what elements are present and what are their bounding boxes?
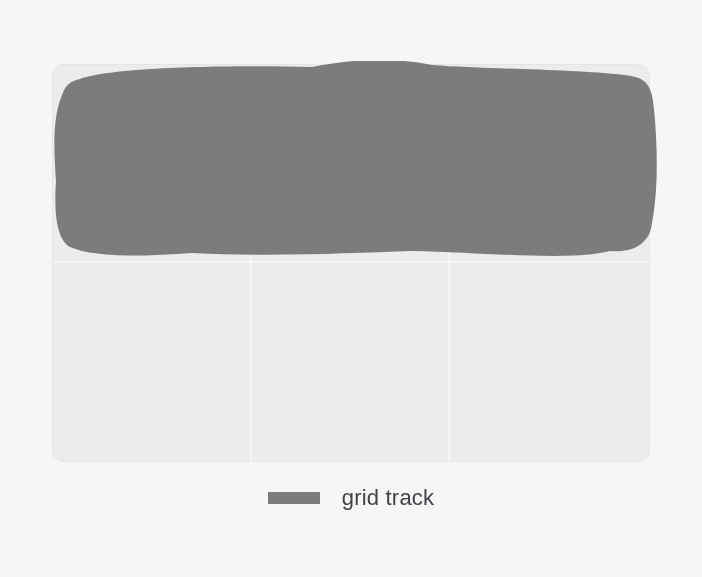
grid-cell-r1-c2: [252, 65, 451, 263]
legend: grid track: [0, 485, 702, 511]
grid-diagram: [52, 64, 650, 462]
legend-label: grid track: [342, 485, 434, 511]
grid-cell-r1-c1: [53, 65, 252, 263]
grid-cell-r2-c2: [252, 263, 451, 461]
grid-cell-r1-c3: [450, 65, 649, 263]
grid-cell-r2-c3: [450, 263, 649, 461]
grid-cell-r2-c1: [53, 263, 252, 461]
legend-swatch: [268, 492, 320, 504]
